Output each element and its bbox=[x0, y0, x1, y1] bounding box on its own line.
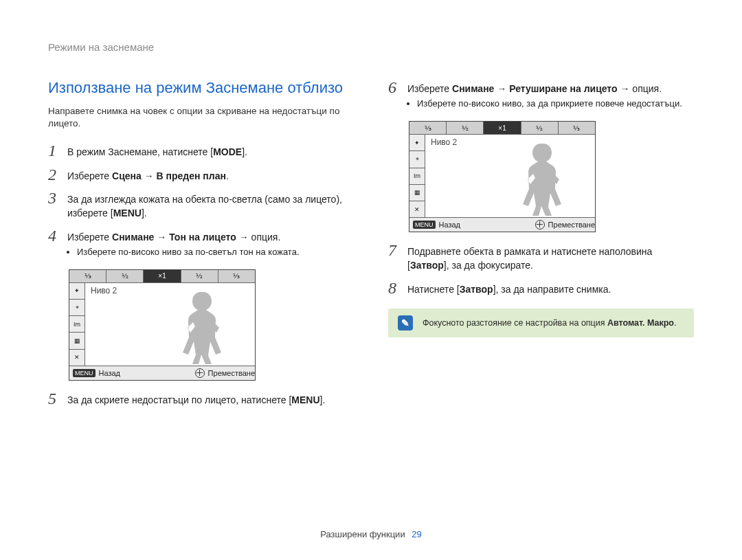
step-text: ]. bbox=[142, 208, 147, 219]
lcd-top-bar: ⅟₃ ⅟₂ ×1 ⅟₂ ⅟₃ bbox=[409, 122, 595, 135]
mode-button-label: MODE bbox=[213, 146, 242, 157]
page-number: 29 bbox=[412, 529, 421, 539]
step-number: 5 bbox=[48, 390, 67, 407]
lcd-top-cell-active: ×1 bbox=[484, 122, 521, 134]
dpad-icon bbox=[535, 220, 545, 229]
step-text: За да изглежда кожата на обекта по-светл… bbox=[67, 194, 342, 219]
camera-screen-1: ⅟₃ ⅟₂ ×1 ⅟₂ ⅟₃ ✦ ⌖ Im ▦ ✕ bbox=[69, 269, 354, 381]
step-number: 2 bbox=[48, 166, 67, 183]
step-text: Изберете bbox=[67, 232, 112, 243]
footer-section: Разширени функции bbox=[320, 529, 405, 539]
step-number: 8 bbox=[388, 280, 407, 296]
note-bold: Автомат. Макро bbox=[607, 318, 674, 328]
person-silhouette-icon bbox=[172, 287, 234, 366]
lcd-top-cell: ⅟₂ bbox=[106, 270, 144, 282]
page-footer: Разширени функции 29 bbox=[0, 529, 742, 539]
info-icon: ✎ bbox=[398, 315, 413, 331]
note-text: Фокусното разстояние се настройва на опц… bbox=[423, 318, 607, 328]
step-3: 3 За да изглежда кожата на обекта по-све… bbox=[48, 190, 354, 221]
note-text: . bbox=[674, 318, 676, 328]
lcd-side-icon: ✦ bbox=[409, 135, 425, 151]
step-bold: Снимане → Ретуширане на лицето bbox=[452, 83, 618, 94]
lcd-top-cell: ⅟₃ bbox=[218, 270, 255, 282]
dpad-icon bbox=[195, 368, 205, 378]
back-label: Назад bbox=[99, 369, 121, 377]
step-1: 1 В режим Заснемане, натиснете [MODE]. bbox=[48, 142, 354, 159]
step-text: Изберете bbox=[407, 83, 452, 94]
lcd-side-icon: ▦ bbox=[409, 185, 425, 201]
step-number: 3 bbox=[48, 190, 67, 206]
step-6: 6 Изберете Снимане → Ретуширане на лицет… bbox=[388, 79, 694, 114]
lcd-side-icon: Im bbox=[409, 168, 425, 185]
page-title: Използване на режим Заснемане отблизо bbox=[48, 79, 354, 97]
step-text: В режим Заснемане, натиснете [ bbox=[67, 146, 213, 157]
step-bullet: Изберете по-високо ниво за по-светъл тон… bbox=[77, 247, 300, 258]
intro-text: Направете снимка на човек с опции за скр… bbox=[48, 105, 354, 130]
menu-button-label: MENU bbox=[113, 208, 142, 219]
lcd-side-icon: ✕ bbox=[409, 201, 425, 217]
step-number: 7 bbox=[388, 242, 407, 258]
step-number: 6 bbox=[388, 79, 407, 96]
step-number: 4 bbox=[48, 227, 67, 244]
step-text: Изберете bbox=[67, 170, 112, 181]
step-bold: Снимане → Тон на лицето bbox=[112, 232, 236, 243]
left-column: Използване на режим Заснемане отблизо На… bbox=[48, 79, 354, 414]
step-4: 4 Изберете Снимане → Тон на лицето → опц… bbox=[48, 227, 354, 262]
move-label: Преместване bbox=[548, 221, 595, 229]
lcd-side-icon: ✦ bbox=[69, 283, 85, 300]
step-text: За да скриете недостатъци по лицето, нат… bbox=[67, 394, 291, 405]
right-column: 6 Изберете Снимане → Ретуширане на лицет… bbox=[388, 79, 694, 414]
lcd-left-icons: ✦ ⌖ Im ▦ ✕ bbox=[69, 283, 85, 366]
lcd-bottom-bar: MENU Назад Преместване bbox=[409, 217, 595, 232]
menu-chip: MENU bbox=[73, 369, 95, 377]
step-5: 5 За да скриете недостатъци по лицето, н… bbox=[48, 390, 354, 407]
lcd-top-cell: ⅟₃ bbox=[559, 122, 595, 134]
step-7: 7 Подравнете обекта в рамката и натиснет… bbox=[388, 242, 694, 273]
lcd-top-cell: ⅟₃ bbox=[409, 122, 447, 134]
lcd-bottom-bar: MENU Назад Преместване bbox=[69, 366, 255, 380]
step-bullet: Изберете по-високо ниво, за да прикриете… bbox=[417, 98, 682, 110]
step-text: → опция. bbox=[236, 232, 280, 243]
lcd-side-icon: Im bbox=[69, 316, 85, 333]
person-silhouette-icon bbox=[513, 138, 574, 217]
lcd-top-cell: ⅟₂ bbox=[447, 122, 484, 134]
lcd-top-cell: ⅟₃ bbox=[69, 270, 106, 282]
lcd-side-icon: ✕ bbox=[69, 350, 85, 366]
level-label: Ниво 2 bbox=[431, 137, 457, 147]
step-text: ]. bbox=[320, 394, 326, 405]
lcd-side-icon: ▦ bbox=[69, 333, 85, 349]
step-text: → опция. bbox=[618, 83, 662, 94]
lcd-top-cell: ⅟₂ bbox=[521, 122, 559, 134]
step-text: ]. bbox=[242, 146, 247, 157]
step-text: Натиснете [ bbox=[407, 284, 460, 295]
camera-screen-2: ⅟₃ ⅟₂ ×1 ⅟₂ ⅟₃ ✦ ⌖ Im ▦ ✕ bbox=[409, 121, 694, 232]
lcd-top-cell: ⅟₂ bbox=[181, 270, 218, 282]
step-text: . bbox=[226, 170, 229, 181]
level-label: Ниво 2 bbox=[91, 286, 117, 295]
step-bold: Сцена → В преден план bbox=[112, 170, 226, 181]
step-text: ], за да фокусирате. bbox=[444, 260, 533, 271]
back-label: Назад bbox=[439, 221, 461, 229]
shutter-button-label: Затвор bbox=[410, 260, 444, 271]
lcd-top-bar: ⅟₃ ⅟₂ ×1 ⅟₂ ⅟₃ bbox=[69, 270, 255, 283]
step-2: 2 Изберете Сцена → В преден план. bbox=[48, 166, 354, 183]
note-box: ✎ Фокусното разстояние се настройва на о… bbox=[388, 309, 694, 337]
menu-button-label: MENU bbox=[291, 394, 319, 405]
lcd-side-icon: ⌖ bbox=[69, 300, 85, 316]
move-label: Преместване bbox=[208, 369, 255, 377]
breadcrumb: Режими на заснемане bbox=[48, 41, 694, 53]
lcd-top-cell-active: ×1 bbox=[144, 270, 181, 282]
step-text: ], за да направите снимка. bbox=[493, 284, 611, 295]
shutter-button-label: Затвор bbox=[460, 284, 493, 295]
step-number: 1 bbox=[48, 142, 67, 159]
lcd-side-icon: ⌖ bbox=[409, 151, 425, 168]
step-8: 8 Натиснете [Затвор], за да направите сн… bbox=[388, 280, 694, 296]
menu-chip: MENU bbox=[413, 221, 436, 229]
lcd-left-icons: ✦ ⌖ Im ▦ ✕ bbox=[409, 135, 425, 217]
